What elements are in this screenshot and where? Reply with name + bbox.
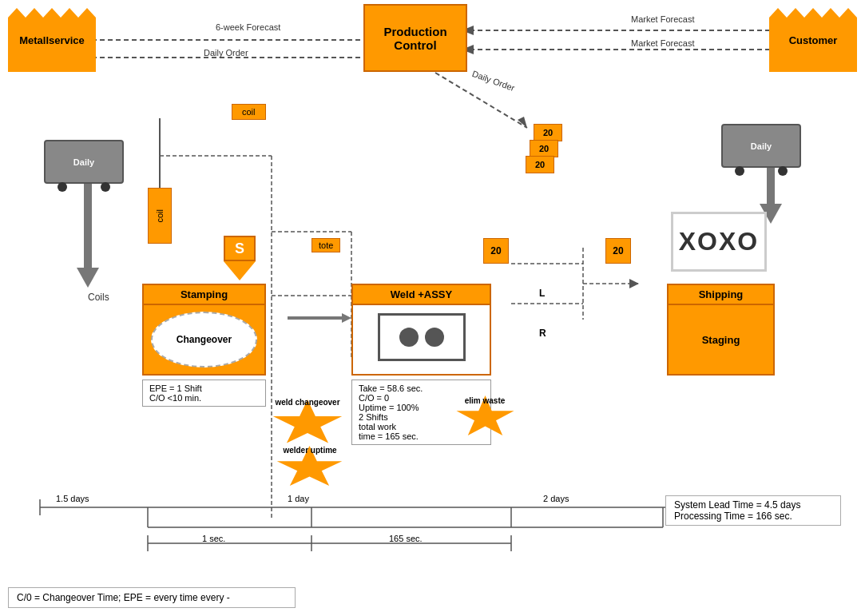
timeline-p1-text: 1 sec. bbox=[202, 534, 225, 543]
left-truck-daily-label: Daily bbox=[73, 157, 94, 167]
timeline-p2: 165 sec. bbox=[389, 534, 423, 543]
timeline-t1: 1.5 days bbox=[56, 494, 89, 503]
daily-order-left-label: Daily Order bbox=[204, 48, 248, 58]
stamping-co: C/O <10 min. bbox=[149, 393, 259, 403]
tote-text: tote bbox=[319, 240, 333, 250]
kanban-card-3: 20 bbox=[526, 156, 554, 173]
stamping-label: Stamping bbox=[144, 285, 264, 305]
xoxo-text: XOXO bbox=[679, 227, 759, 256]
market-forecast-1-label: Market Forecast bbox=[631, 14, 694, 24]
kanban-stack: 20 20 20 bbox=[526, 124, 569, 188]
system-lead-time: System Lead Time = 4.5 days bbox=[674, 499, 832, 511]
footer-note: C/0 = Changeover Time; EPE = every time … bbox=[8, 587, 296, 608]
stamping-epe: EPE = 1 Shift bbox=[149, 384, 259, 393]
weld-take: Take = 58.6 sec. bbox=[359, 384, 484, 393]
system-lead-text: System Lead Time = 4.5 days bbox=[674, 499, 800, 511]
welder-uptime-label: welder uptime bbox=[270, 446, 350, 455]
six-week-forecast-label: 6-week Forecast bbox=[216, 22, 280, 32]
market-forecast-2-label: Market Forecast bbox=[631, 38, 694, 48]
svg-marker-20 bbox=[629, 279, 639, 288]
mid-inventory: 20 bbox=[483, 238, 509, 264]
processing-time: Processing Time = 166 sec. bbox=[674, 511, 832, 522]
coil-top-label: coil bbox=[232, 104, 266, 120]
customer-factory: Customer bbox=[769, 8, 857, 72]
right-truck-daily-label: Daily bbox=[751, 141, 772, 151]
push-indicator: S bbox=[224, 236, 256, 280]
processing-time-text: Processing Time = 166 sec. bbox=[674, 511, 792, 522]
staging-label: Staging bbox=[669, 305, 773, 374]
xoxo-box: XOXO bbox=[671, 212, 767, 272]
summary-box: System Lead Time = 4.5 days Processing T… bbox=[665, 495, 841, 526]
timeline-t2-text: 1 day bbox=[288, 494, 309, 503]
daily-order-right-label: Daily Order bbox=[471, 69, 516, 93]
weld-assy-label: Weld +ASSY bbox=[353, 285, 490, 305]
weld-assy-box: Weld +ASSY bbox=[351, 284, 491, 376]
timeline-t1-text: 1.5 days bbox=[56, 494, 89, 503]
coils-text: Coils bbox=[88, 292, 109, 303]
tote-label: tote bbox=[311, 238, 340, 252]
coil-vertical-label: coil bbox=[148, 188, 172, 244]
coil-label-text: coil bbox=[242, 107, 256, 117]
l-label: L bbox=[539, 288, 545, 299]
metallservice-factory: Metallservice bbox=[8, 8, 96, 72]
customer-label: Customer bbox=[789, 34, 838, 46]
r-label: R bbox=[539, 328, 546, 339]
shipping-label: Shipping bbox=[669, 285, 773, 305]
footer-note-text: C/0 = Changeover Time; EPE = every time … bbox=[17, 592, 230, 603]
elim-waste-label: elim waste bbox=[449, 396, 521, 405]
production-control-box: Production Control bbox=[363, 4, 467, 72]
kanban-card-1: 20 bbox=[534, 124, 562, 141]
left-truck: Daily bbox=[44, 140, 124, 184]
timeline-t2: 1 day bbox=[288, 494, 309, 503]
svg-marker-26 bbox=[342, 313, 351, 323]
changeover-burst: Changeover bbox=[151, 312, 257, 368]
kanban-card-2: 20 bbox=[530, 140, 558, 157]
timeline-p1: 1 sec. bbox=[202, 534, 225, 543]
svg-marker-22 bbox=[77, 268, 99, 288]
shipping-box: Shipping Staging bbox=[667, 284, 775, 376]
stamping-box: Stamping Changeover bbox=[142, 284, 266, 376]
production-control-label: Production Control bbox=[365, 25, 466, 52]
coil-vertical-text: coil bbox=[155, 209, 165, 223]
timeline-t3: 2 days bbox=[543, 494, 569, 503]
metallservice-label: Metallservice bbox=[19, 34, 85, 46]
coils-label: Coils bbox=[88, 292, 109, 303]
right-truck: Daily bbox=[721, 124, 801, 168]
stamping-info: EPE = 1 Shift C/O <10 min. bbox=[142, 380, 266, 407]
mid-inv-number: 20 bbox=[490, 245, 501, 256]
timeline-p2-text: 165 sec. bbox=[389, 534, 423, 543]
weld-machine bbox=[378, 313, 466, 361]
weld-total: total worktime = 165 sec. bbox=[359, 422, 484, 441]
timeline-t3-text: 2 days bbox=[543, 494, 569, 503]
ship-inv-number: 20 bbox=[613, 245, 623, 256]
ship-inventory: 20 bbox=[605, 238, 631, 264]
elim-waste-text: elim waste bbox=[465, 396, 506, 405]
welder-uptime-text: welder uptime bbox=[283, 446, 336, 455]
weld-changeover-burst bbox=[272, 399, 343, 447]
